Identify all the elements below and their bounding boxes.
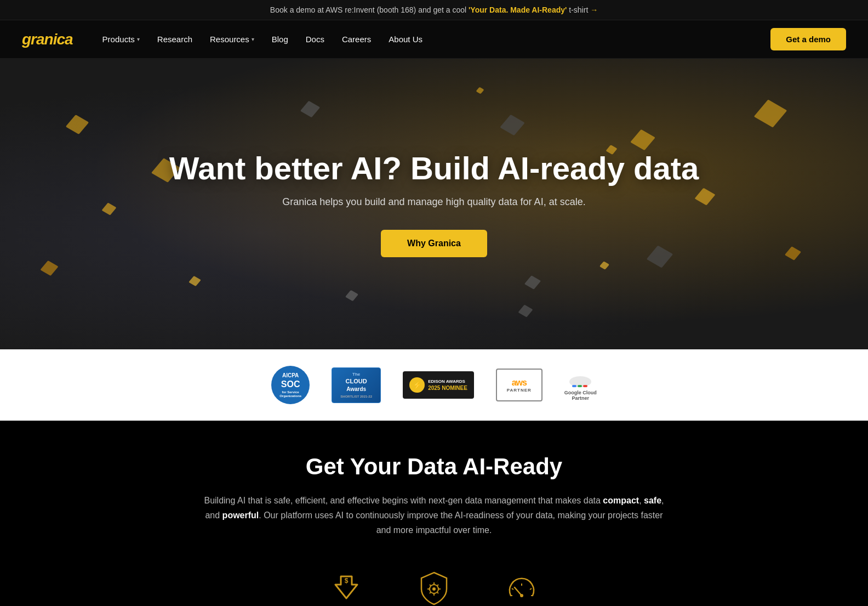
navigation: granica Products ▾ Research Resources ▾ … <box>0 20 868 59</box>
feature-cost: $ <box>324 565 368 606</box>
feature-safe <box>412 565 456 606</box>
aicpa-badge: AICPA SOC for ServiceOrganizations <box>271 366 310 404</box>
section-title: Get Your Data AI-Ready <box>22 454 846 480</box>
svg-point-9 <box>432 587 436 591</box>
nav-item-docs[interactable]: Docs <box>298 30 332 48</box>
cloud-awards-graphic: The CLOUD Awards SHORTLIST 2021-22 <box>332 367 381 403</box>
partners-section: AICPA SOC for ServiceOrganizations The C… <box>0 349 868 421</box>
svg-line-17 <box>430 592 431 593</box>
aicpa-badge-graphic: AICPA SOC for ServiceOrganizations <box>271 366 310 404</box>
banner-text: Book a demo at AWS re:Invent (booth 168)… <box>270 5 469 14</box>
google-cloud-badge: Google CloudPartner <box>564 366 597 404</box>
chevron-down-icon: ▾ <box>137 36 140 42</box>
svg-point-24 <box>520 594 523 597</box>
speed-icon <box>500 565 544 606</box>
google-cloud-icon <box>567 370 594 389</box>
svg-point-2 <box>582 378 590 386</box>
svg-rect-4 <box>578 385 582 387</box>
svg-point-1 <box>570 377 579 386</box>
get-demo-button[interactable]: Get a demo <box>770 28 846 50</box>
svg-rect-3 <box>572 385 576 387</box>
nav-item-resources[interactable]: Resources ▾ <box>202 30 262 48</box>
edison-awards-badge: ⚡ EDISON AWARDS 2025 NOMINEE <box>403 366 474 404</box>
nav-item-blog[interactable]: Blog <box>264 30 296 48</box>
svg-text:$: $ <box>345 577 349 585</box>
cost-icon: $ <box>324 565 368 606</box>
nav-item-about[interactable]: About Us <box>381 30 430 48</box>
svg-rect-5 <box>583 385 587 387</box>
hero-section: Want better AI? Build AI-ready data Gran… <box>0 59 868 349</box>
logo[interactable]: granica <box>22 31 73 48</box>
features-grid: $ <box>22 565 846 606</box>
svg-line-16 <box>437 585 438 586</box>
feature-speed <box>500 565 544 606</box>
nav-links: Products ▾ Research Resources ▾ Blog Doc… <box>95 30 771 48</box>
why-granica-button[interactable]: Why Granica <box>381 230 487 257</box>
banner-link[interactable]: 'Your Data. Made AI-Ready' <box>469 5 567 14</box>
svg-line-14 <box>430 585 431 586</box>
edison-badge-graphic: ⚡ EDISON AWARDS 2025 NOMINEE <box>403 371 474 399</box>
google-badge-graphic: Google CloudPartner <box>564 370 597 401</box>
aws-partner-badge: aws PARTNER <box>496 366 542 404</box>
svg-line-15 <box>437 592 438 593</box>
svg-line-21 <box>530 588 532 590</box>
nav-item-careers[interactable]: Careers <box>334 30 379 48</box>
cloud-awards-badge: The CLOUD Awards SHORTLIST 2021-22 <box>332 366 381 404</box>
safe-icon <box>412 565 456 606</box>
google-partner-text: Google CloudPartner <box>564 390 597 401</box>
aws-badge-graphic: aws PARTNER <box>496 369 542 401</box>
hero-content: Want better AI? Build AI-ready data Gran… <box>158 151 710 258</box>
section-description: Building AI that is safe, efficient, and… <box>198 493 670 538</box>
top-banner: Book a demo at AWS re:Invent (booth 168)… <box>0 0 868 20</box>
chevron-down-icon: ▾ <box>252 36 254 42</box>
nav-item-products[interactable]: Products ▾ <box>95 30 147 48</box>
ai-ready-section: Get Your Data AI-Ready Building AI that … <box>0 421 868 606</box>
edison-icon: ⚡ <box>409 377 425 393</box>
hero-subtitle: Granica helps you build and manage high … <box>169 196 699 208</box>
nav-item-research[interactable]: Research <box>150 30 200 48</box>
svg-line-19 <box>512 588 513 590</box>
hero-title: Want better AI? Build AI-ready data <box>169 151 699 186</box>
